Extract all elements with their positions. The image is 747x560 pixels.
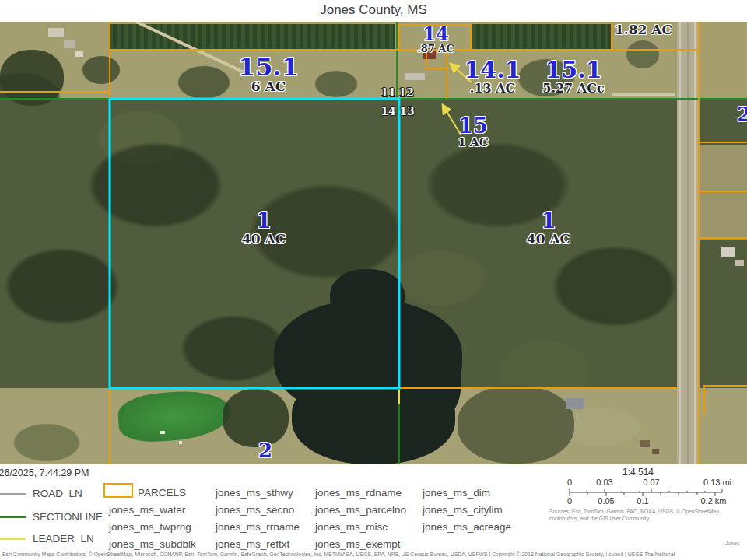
section-lines [0, 22, 747, 464]
parcel-label-14: 14 .87 AC [417, 25, 454, 54]
parcel-acreage: 5.27 ACc [542, 82, 604, 95]
layer-sthwy: jones_ms_sthwy [216, 487, 293, 499]
export-timestamp: /26/2025, 7:44:29 PM [0, 467, 89, 478]
scale-km-3: 0.2 km [700, 496, 726, 506]
parcel-number: 14 [417, 25, 454, 44]
map-viewport[interactable]: 15.1 6 AC 14 .87 AC 1.82 AC 14.1 .13 AC … [0, 22, 747, 464]
legend-sectionline: SECTIONLINE [33, 511, 103, 523]
scale-mi-1: 0.03 [596, 478, 612, 487]
layer-twprng: jones_ms_twprng [109, 521, 191, 533]
parcel-acreage: 1 AC [458, 137, 488, 149]
layer-rrname: jones_ms_rrname [216, 521, 300, 533]
parcels-swatch [103, 483, 133, 498]
scale-mi-2: 0.07 [643, 478, 659, 487]
county-attribution: Jones [725, 541, 740, 546]
boundary-overlay [0, 22, 747, 464]
parcel-acreage: 1.82 AC [615, 23, 672, 37]
layer-misc: jones_ms_misc [315, 521, 388, 533]
legend-parcels: PARCELS [138, 487, 186, 499]
parcel-acreage: .87 AC [417, 44, 454, 54]
section-line-swatch [0, 516, 26, 518]
parcel-acreage: 40 AC [527, 233, 570, 246]
parcel-label-1-east: 1 40 AC [527, 210, 570, 246]
layer-dim: jones_ms_dim [423, 487, 490, 499]
scale-km-1: 0.05 [598, 496, 614, 506]
layer-exempt: jones_ms_exempt [315, 538, 401, 550]
layer-parcelno: jones_ms_parcelno [315, 504, 406, 516]
parcel-label-2-south: 2 [258, 440, 272, 461]
layer-secno: jones_ms_secno [216, 504, 294, 516]
parcel-number: 2 [258, 440, 272, 461]
parcel-label-15: 15 1 AC [458, 115, 488, 149]
scale-ratio: 1:4,514 [622, 467, 654, 478]
section-number-11: 11 [381, 86, 395, 99]
section-number-14: 14 [381, 105, 395, 117]
legend-leader-ln: LEADER_LN [33, 533, 94, 544]
layer-citylim: jones_ms_citylim [423, 504, 503, 516]
parcel-number: 15 [458, 115, 488, 137]
scale-mi-0: 0 [567, 478, 572, 487]
layer-water: jones_ms_water [109, 504, 185, 516]
section-number-12: 12 [398, 86, 413, 99]
parcel-number: 15.1 [238, 54, 299, 80]
parcel-acreage: 40 AC [242, 233, 286, 246]
leader-line-swatch [0, 538, 26, 540]
scale-mi-3: 0.13 mi [703, 478, 731, 487]
layer-reftxt: jones_ms_reftxt [216, 538, 289, 550]
page-title: Jones County, MS [0, 0, 747, 22]
sources-attribution: Sources: Esri, TomTom, Garmin, FAO, NOAA… [549, 508, 745, 522]
parcel-lines [0, 22, 747, 464]
parcel-label-15-1-west: 15.1 6 AC [238, 54, 299, 93]
layer-rdname: jones_ms_rdname [315, 487, 402, 499]
parcel-label-1-west: 1 40 AC [242, 210, 286, 246]
parcel-number: 15.1 [542, 58, 604, 82]
map-legend-panel: /26/2025, 7:44:29 PM ROAD_LN SECTIONLINE… [0, 464, 747, 560]
layer-subdblk: jones_ms_subdblk [109, 538, 196, 550]
scale-km-2: 0.1 [637, 496, 648, 506]
parcel-acreage: .13 AC [464, 82, 521, 95]
layer-acreage: jones_ms_acreage [423, 521, 511, 533]
parcel-label-1-82: 1.82 AC [615, 23, 672, 37]
parcel-acreage: 6 AC [238, 80, 299, 93]
parcel-number: 1 [242, 210, 286, 233]
scale-km-0: 0 [567, 496, 572, 506]
parcel-number: 1 [527, 210, 570, 233]
parcel-number: 2 [737, 104, 747, 125]
legend-road-ln: ROAD_LN [33, 488, 82, 499]
parcel-label-14-1: 14.1 .13 AC [464, 58, 521, 95]
parcel-label-2-east: 2 [737, 104, 747, 125]
parcel-label-15-1-east: 15.1 5.27 ACc [542, 58, 604, 95]
road-line-swatch [0, 493, 26, 495]
map-export-page: Jones County, MS [0, 0, 747, 560]
parcel-number: 14.1 [464, 58, 521, 82]
section-number-13: 13 [399, 105, 414, 117]
copyright-line: Esri Community Maps Contributors, © Open… [2, 551, 745, 557]
